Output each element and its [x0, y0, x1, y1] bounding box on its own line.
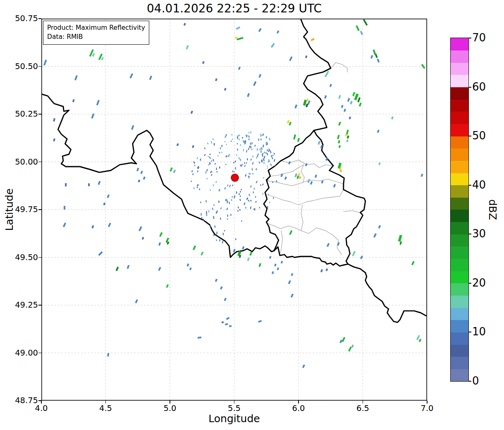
- echo-streak: [356, 26, 359, 31]
- clutter-dot: [251, 131, 251, 134]
- echo-streak: [355, 94, 358, 100]
- x-tick-mark: [427, 401, 428, 404]
- echo-streak: [364, 19, 367, 25]
- y-tick-mark: [38, 66, 41, 67]
- clutter-dot: [225, 230, 225, 232]
- clutter-dot: [243, 140, 244, 142]
- x-tick-mark: [105, 401, 106, 404]
- clutter-dot: [238, 207, 239, 208]
- x-tick-mark: [298, 401, 299, 404]
- clutter-dot: [249, 176, 249, 179]
- echo-streak: [243, 246, 244, 249]
- echo-streak: [137, 168, 139, 171]
- clutter-dot: [226, 144, 227, 145]
- echo-streak: [344, 109, 345, 112]
- echo-streak: [201, 252, 203, 255]
- echo-streak: [308, 101, 310, 105]
- colorbar-segment: [451, 344, 468, 357]
- echo-streak: [225, 298, 226, 301]
- clutter-dot: [250, 173, 251, 174]
- colorbar-segment: [451, 148, 468, 161]
- echo-streak: [295, 174, 296, 177]
- colorbar-segment: [451, 62, 468, 75]
- clutter-dot: [244, 142, 244, 143]
- echo-streak: [348, 98, 349, 102]
- clutter-dot: [269, 161, 269, 162]
- colorbar-segment: [451, 320, 468, 332]
- echo-streak: [379, 225, 380, 228]
- echo-streak: [325, 96, 326, 99]
- clutter-dot: [240, 209, 240, 211]
- echo-streak: [177, 143, 178, 146]
- echo-streak: [340, 340, 342, 343]
- echo-streak: [130, 74, 132, 78]
- clutter-dot: [228, 155, 229, 157]
- clutter-dot: [219, 152, 220, 153]
- echo-streak: [186, 45, 188, 49]
- colorbar-tick-mark: [468, 234, 471, 234]
- clutter-dot: [272, 157, 273, 159]
- echo-streak: [304, 100, 306, 106]
- clutter-dot: [198, 170, 198, 172]
- echo-streak: [422, 64, 425, 69]
- colorbar-tick-mark: [468, 283, 471, 284]
- colorbar-tick-mark: [468, 185, 471, 186]
- clutter-dot: [274, 159, 275, 161]
- colorbar-tick-label: 50: [472, 129, 486, 142]
- regional-border-path: [301, 228, 333, 236]
- x-tick-label: 7.0: [413, 404, 442, 413]
- echo-streak: [281, 174, 282, 177]
- clutter-dot: [259, 207, 260, 208]
- clutter-dot: [251, 159, 251, 161]
- colorbar-segment: [451, 308, 468, 320]
- echo-streak: [259, 74, 260, 78]
- echo-streak: [104, 203, 105, 205]
- echo-streak: [143, 237, 143, 240]
- clutter-dot: [248, 200, 249, 201]
- echo-streak: [392, 117, 393, 119]
- echo-streak: [307, 99, 308, 101]
- colorbar-tick-mark: [468, 87, 471, 88]
- clutter-dot: [253, 173, 253, 174]
- echo-streak: [191, 111, 192, 114]
- echo-streak: [229, 326, 232, 326]
- echo-streak: [339, 95, 340, 98]
- colorbar-segment: [451, 357, 468, 369]
- clutter-dot: [261, 147, 262, 150]
- clutter-dot: [229, 154, 229, 156]
- clutter-dot: [263, 184, 263, 185]
- y-tick-mark: [38, 305, 41, 306]
- clutter-dot: [241, 189, 242, 190]
- info-box: Product: Maximum Reflectivity Data: RMIB: [43, 21, 149, 45]
- echo-streak: [290, 57, 292, 61]
- clutter-dot: [248, 148, 249, 150]
- y-tick-mark: [38, 162, 41, 162]
- echo-streak: [318, 141, 320, 144]
- echo-streak: [419, 339, 420, 342]
- clutter-dot: [270, 164, 272, 166]
- echo-streak: [139, 227, 141, 231]
- clutter-dot: [239, 139, 239, 140]
- echo-streak: [297, 176, 299, 179]
- echo-streak: [116, 267, 118, 271]
- clutter-dot: [258, 139, 259, 141]
- x-tick-mark: [41, 401, 42, 404]
- clutter-dot: [191, 181, 191, 182]
- y-tick-label: 50.75: [0, 14, 38, 23]
- colorbar-segment: [451, 296, 468, 308]
- x-tick-mark: [363, 401, 363, 404]
- clutter-dot: [217, 232, 217, 234]
- colorbar-segment: [451, 87, 468, 100]
- echo-streak: [349, 117, 350, 119]
- clutter-dot: [246, 136, 247, 138]
- echo-streak: [358, 98, 360, 102]
- echo-streak: [234, 249, 235, 253]
- echo-streak: [270, 256, 271, 259]
- clutter-dot: [246, 162, 247, 164]
- clutter-dot: [245, 174, 246, 177]
- clutter-dot: [249, 201, 250, 202]
- clutter-dot: [261, 134, 261, 136]
- echo-streak: [349, 347, 351, 351]
- clutter-dot: [211, 174, 212, 176]
- echo-streak: [360, 103, 361, 106]
